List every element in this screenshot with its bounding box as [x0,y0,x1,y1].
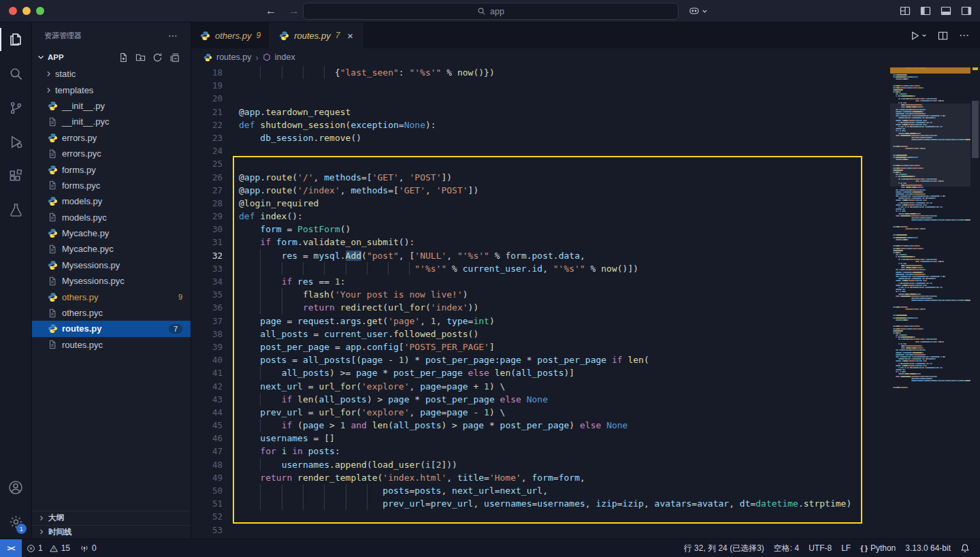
toggle-secondary-sidebar-icon[interactable] [961,5,972,16]
maximize-window-button[interactable] [36,7,44,15]
code-line-44[interactable]: 44 prev_url = url_for('explore', page=pa… [191,406,980,419]
code-line-27[interactable]: 27@app.route('/index', methods=['GET', '… [191,184,980,197]
code-line-20[interactable]: 20 [191,92,980,105]
file-row-routes.py[interactable]: routes.py7 [32,321,191,336]
split-editor-icon[interactable] [938,31,948,41]
search-sidebar-icon[interactable] [0,57,31,91]
timeline-panel-header[interactable]: 时间线 [32,525,191,539]
notifications-bell-icon[interactable] [956,539,975,557]
code-line-24[interactable]: 24 [191,144,980,157]
code-line-35[interactable]: 35 flash('Your post is now live!') [191,288,980,301]
file-row-Mysessions.py[interactable]: Mysessions.py [32,257,191,273]
code-line-25[interactable]: 25 [191,157,980,170]
file-row-models.py[interactable]: models.py [32,193,191,209]
forward-arrow-icon[interactable]: → [289,5,299,17]
code-line-19[interactable]: 19 [191,79,980,92]
code-line-38[interactable]: 38 all_posts = current_user.followed_pos… [191,328,980,340]
code-line-22[interactable]: 22def shutdown_session(exception=None): [191,118,980,131]
new-folder-icon[interactable] [135,52,146,63]
file-row-routes.pyc[interactable]: routes.pyc [32,337,191,353]
code-line-31[interactable]: 31 if form.validate_on_submit(): [191,236,980,249]
collapse-folders-icon[interactable] [169,52,180,63]
extensions-icon[interactable] [0,159,31,193]
code-line-26[interactable]: 26@app.route('/', methods=['GET', 'POST'… [191,171,980,184]
code-line-36[interactable]: 36 return redirect(url_for('index')) [191,301,980,314]
command-center-search[interactable]: app [303,3,679,20]
code-line-28[interactable]: 28@login_required [191,197,980,210]
ports-indicator[interactable]: 0 [75,539,101,557]
problems-indicator[interactable]: 1 15 [22,539,75,557]
tab-others.py[interactable]: others.py9 [191,22,270,48]
copilot-icon[interactable] [689,6,700,16]
minimap[interactable] [890,66,970,539]
toggle-primary-sidebar-icon[interactable] [920,5,931,16]
python-interpreter[interactable]: 3.13.0 64-bit [900,539,956,557]
file-row-Mycache.py[interactable]: Mycache.py [32,225,191,241]
indentation-setting[interactable]: 空格: 4 [769,539,804,557]
language-mode[interactable]: { } Python [855,539,900,557]
file-row-others.py[interactable]: others.py9 [32,289,191,304]
eol-setting[interactable]: LF [836,539,855,557]
code-line-39[interactable]: 39 post_per_page = app.config['POSTS_PER… [191,340,980,353]
file-row-errors.pyc[interactable]: errors.pyc [32,146,191,161]
code-line-30[interactable]: 30 form = PostForm() [191,223,980,236]
code-line-47[interactable]: 47 for i in posts: [191,445,980,458]
code-line-51[interactable]: 51 prev_url=prev_url, usernames=username… [191,497,980,510]
new-file-icon[interactable] [118,52,129,63]
code-line-29[interactable]: 29def index(): [191,210,980,223]
testing-icon[interactable] [0,193,31,227]
code-line-21[interactable]: 21@app.teardown_request [191,106,980,118]
settings-gear-icon[interactable]: 1 [0,505,31,539]
file-row-Mycache.pyc[interactable]: Mycache.pyc [32,241,191,257]
code-line-34[interactable]: 34 if res == 1: [191,275,980,288]
code-editor[interactable]: 18 {"last_seen": "'%s'" % now()})192021@… [191,66,980,539]
cursor-position[interactable]: 行 32, 列 24 (已选择3) [679,539,769,557]
encoding-setting[interactable]: UTF-8 [804,539,836,557]
back-arrow-icon[interactable]: ← [265,5,276,17]
code-line-54[interactable]: 54@app.route('/explore') [191,537,980,539]
explorer-icon[interactable] [0,22,31,57]
section-label[interactable]: APP [48,53,64,61]
file-row-static[interactable]: static [32,66,191,82]
source-control-icon[interactable] [0,91,31,125]
scrollbar-thumb[interactable] [972,101,979,158]
customize-layout-icon[interactable] [900,5,911,16]
file-row-models.pyc[interactable]: models.pyc [32,210,191,225]
code-line-53[interactable]: 53 [191,524,980,537]
code-line-52[interactable]: 52 [191,510,980,523]
file-row-Mysessions.pyc[interactable]: Mysessions.pyc [32,273,191,289]
code-line-37[interactable]: 37 page = request.args.get('page', 1, ty… [191,315,980,328]
minimize-window-button[interactable] [22,7,31,15]
file-row-forms.py[interactable]: forms.py [32,161,191,177]
code-line-41[interactable]: 41 all_posts) >= page * post_per_page el… [191,366,980,379]
tab-routes.py[interactable]: routes.py7× [270,22,363,48]
file-row-forms.pyc[interactable]: forms.pyc [32,178,191,193]
section-chevron-icon[interactable] [36,52,46,62]
code-line-33[interactable]: 33 "'%s'" % current_user.id, "'%s'" % no… [191,262,980,275]
code-line-40[interactable]: 40 posts = all_posts[(page - 1) * post_p… [191,353,980,366]
accounts-icon[interactable] [0,471,31,505]
file-row-__init__.pyc[interactable]: __init__.pyc [32,114,191,129]
code-line-48[interactable]: 48 usernames.append(load_user(i[2])) [191,458,980,471]
code-line-18[interactable]: 18 {"last_seen": "'%s'" % now()}) [191,66,980,79]
code-line-43[interactable]: 43 if len(all_posts) > page * post_per_p… [191,393,980,406]
code-line-49[interactable]: 49 return render_template('index.html', … [191,471,980,484]
file-row-others.pyc[interactable]: others.pyc [32,305,191,321]
code-line-42[interactable]: 42 next_url = url_for('explore', page=pa… [191,380,980,393]
vertical-scrollbar[interactable] [970,66,980,539]
file-row-templates[interactable]: templates [32,82,191,97]
code-line-45[interactable]: 45 if (page > 1 and len(all_posts) > pag… [191,419,980,432]
code-line-50[interactable]: 50 posts=posts, next_url=next_url, [191,484,980,497]
refresh-icon[interactable] [152,52,163,63]
remote-indicator[interactable]: >< [0,539,22,557]
outline-panel-header[interactable]: 大纲 [32,511,191,525]
code-line-23[interactable]: 23 db_session.remove() [191,131,980,144]
file-row-errors.py[interactable]: errors.py [32,130,191,146]
code-line-32[interactable]: 32 res = mysql.Add("post", ['NULL', "'%s… [191,249,980,262]
close-window-button[interactable] [9,7,17,15]
code-line-46[interactable]: 46 usernames = [] [191,432,980,445]
editor-more-actions-icon[interactable]: ⋯ [959,29,969,42]
run-debug-icon[interactable] [0,125,31,159]
breadcrumb-symbol[interactable]: index [275,52,295,62]
run-python-file-icon[interactable] [910,31,927,41]
